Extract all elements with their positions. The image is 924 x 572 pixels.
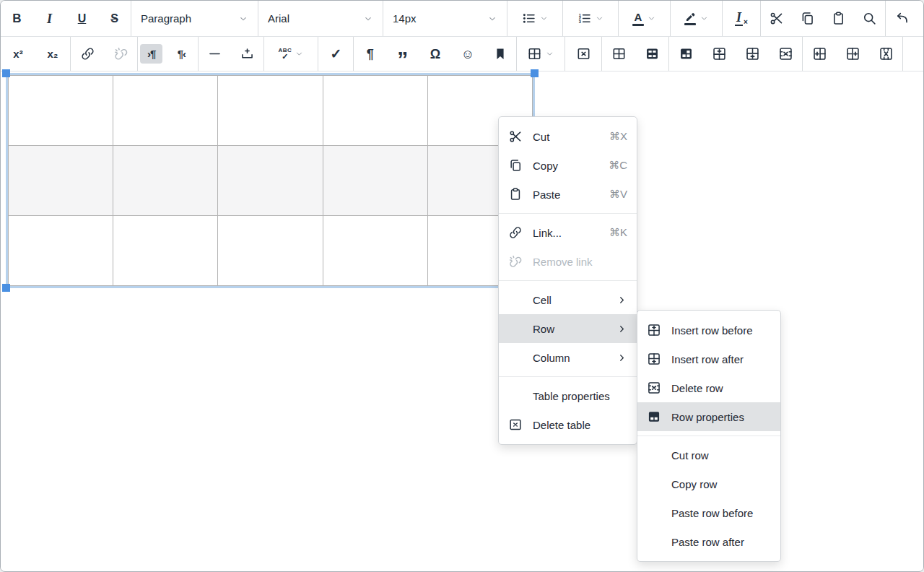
table-cell[interactable] xyxy=(218,146,323,216)
superscript-button[interactable]: x² xyxy=(1,37,35,71)
link-icon xyxy=(80,46,95,61)
table-cell[interactable] xyxy=(113,146,218,216)
table-cell[interactable] xyxy=(113,216,218,286)
insert-row-after-button[interactable] xyxy=(736,37,769,71)
menu-item-column[interactable]: Column xyxy=(499,343,637,372)
table-cell[interactable] xyxy=(323,216,427,286)
menu-item-remove-link[interactable]: Remove link xyxy=(499,247,637,276)
table-properties-button[interactable] xyxy=(602,37,635,71)
highlight-color-button[interactable] xyxy=(671,1,722,36)
insert-link-button[interactable] xyxy=(71,37,104,71)
italic-icon: I xyxy=(47,12,52,25)
submenu-item-copy-row[interactable]: Copy row xyxy=(637,469,780,498)
font-size-select[interactable]: 14px xyxy=(383,1,507,36)
bold-button[interactable]: B xyxy=(1,1,33,36)
horizontal-rule-icon xyxy=(207,46,222,61)
selected-table xyxy=(6,73,535,288)
submenu-item-row-properties[interactable]: Row properties xyxy=(637,402,780,431)
paste-button[interactable] xyxy=(823,1,854,36)
menu-item-cell[interactable]: Cell xyxy=(499,285,637,314)
submenu-item-cut-row[interactable]: Cut row xyxy=(637,441,780,469)
menu-item-copy[interactable]: Copy ⌘C xyxy=(499,151,637,180)
menu-item-paste[interactable]: Paste ⌘V xyxy=(499,180,637,209)
scissors-icon xyxy=(769,11,784,26)
table-cell[interactable] xyxy=(9,146,113,216)
menu-divider xyxy=(499,213,637,214)
chevron-down-icon xyxy=(295,49,304,58)
underline-button[interactable]: U xyxy=(66,1,98,36)
rtl-direction-button[interactable]: ¶‹ xyxy=(165,37,198,71)
search-button[interactable] xyxy=(854,1,885,36)
special-character-button[interactable]: Ω xyxy=(419,37,451,71)
block-format-select[interactable]: Paragraph xyxy=(131,1,258,36)
clear-formatting-button[interactable]: I× xyxy=(723,1,760,36)
menu-item-row[interactable]: Row xyxy=(499,314,637,343)
resize-handle-bottom-left[interactable] xyxy=(2,284,10,292)
superscript-icon: x² xyxy=(13,48,22,59)
submenu-item-insert-row-before[interactable]: Insert row before xyxy=(637,316,780,344)
anchor-button[interactable] xyxy=(484,37,516,71)
menu-divider xyxy=(499,280,637,281)
delete-table-icon xyxy=(508,417,523,432)
strikethrough-button[interactable]: S xyxy=(98,1,131,36)
checkmark-button[interactable]: ✓ xyxy=(318,37,353,71)
spellcheck-button[interactable]: ABC✓ xyxy=(264,37,318,71)
insert-column-before-button[interactable] xyxy=(803,37,836,71)
insert-column-after-button[interactable] xyxy=(836,37,869,71)
ltr-direction-button[interactable]: ›¶ xyxy=(140,44,162,64)
menu-item-table-properties[interactable]: Table properties xyxy=(499,381,637,410)
font-family-select[interactable]: Arial xyxy=(258,1,383,36)
menu-item-cut[interactable]: Cut ⌘X xyxy=(499,122,637,151)
table-cell[interactable] xyxy=(9,76,113,146)
submenu-item-paste-row-after[interactable]: Paste row after xyxy=(637,527,780,556)
toolbar-row-2: x² x₂ ›¶ ¶‹ ABC✓ xyxy=(1,37,923,72)
blockquote-button[interactable]: ” xyxy=(386,37,419,71)
text-color-button[interactable]: A xyxy=(619,1,670,36)
undo-icon xyxy=(894,11,910,26)
table-cell[interactable] xyxy=(323,76,427,146)
editor-content-area[interactable]: Cut ⌘X Copy ⌘C Paste ⌘V Link... ⌘K Re xyxy=(1,72,923,570)
table-cell[interactable] xyxy=(113,76,218,146)
table-cell[interactable] xyxy=(323,146,427,216)
delete-row-icon xyxy=(778,46,793,61)
bullet-list-button[interactable] xyxy=(507,1,562,36)
table-cell-properties-button[interactable] xyxy=(669,37,702,71)
numbered-list-button[interactable]: 123 xyxy=(563,1,618,36)
submenu-item-paste-row-before[interactable]: Paste row before xyxy=(637,498,780,527)
table-cell[interactable] xyxy=(218,76,323,146)
submenu-item-delete-row[interactable]: Delete row xyxy=(637,373,780,402)
submenu-item-insert-row-after[interactable]: Insert row after xyxy=(637,344,780,373)
copy-button[interactable] xyxy=(792,1,823,36)
emoticon-button[interactable]: ☺ xyxy=(451,37,484,71)
table-row-properties-button[interactable] xyxy=(635,37,668,71)
cut-button[interactable] xyxy=(761,1,792,36)
menu-item-link[interactable]: Link... ⌘K xyxy=(499,218,637,247)
delete-row-button[interactable] xyxy=(769,37,802,71)
page-break-button[interactable] xyxy=(231,37,263,71)
insert-table-button[interactable] xyxy=(517,37,565,71)
paragraph-mark-button[interactable]: ¶ xyxy=(354,37,386,71)
delete-column-button[interactable] xyxy=(869,37,902,71)
remove-link-button[interactable] xyxy=(104,37,137,71)
italic-button[interactable]: I xyxy=(33,1,66,36)
undo-button[interactable] xyxy=(886,1,918,36)
table-row xyxy=(9,76,533,146)
table-properties-icon xyxy=(611,46,627,61)
delete-table-button[interactable] xyxy=(565,37,601,71)
resize-handle-top-left[interactable] xyxy=(2,69,10,77)
horizontal-rule-button[interactable] xyxy=(199,37,231,71)
chevron-down-icon xyxy=(699,14,709,23)
editor-table xyxy=(8,75,533,286)
insert-row-before-button[interactable] xyxy=(702,37,736,71)
subscript-button[interactable]: x₂ xyxy=(35,37,70,71)
table-cell[interactable] xyxy=(9,216,113,286)
table-cell[interactable] xyxy=(218,216,323,286)
insert-column-after-icon xyxy=(845,46,860,61)
paste-icon xyxy=(831,11,846,26)
menu-item-delete-table[interactable]: Delete table xyxy=(499,410,637,439)
resize-handle-top-right[interactable] xyxy=(531,69,539,77)
insert-row-before-icon xyxy=(647,323,661,337)
cell-properties-icon xyxy=(679,46,694,61)
blockquote-icon: ” xyxy=(397,57,408,61)
unlink-icon xyxy=(113,46,128,61)
